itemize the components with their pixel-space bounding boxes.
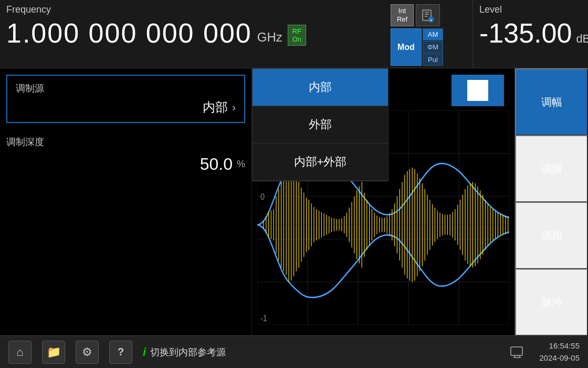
- sidebar-btn-fm[interactable]: 调频: [515, 135, 588, 202]
- chevron-right-icon: ›: [232, 101, 236, 114]
- sidebar-btn-pulse[interactable]: 脉冲: [515, 269, 588, 335]
- main-content: 调制源 内部 › 调制深度 50.0 % 内部 外部 内部+外部: [0, 68, 588, 335]
- folder-icon: 📁: [47, 345, 61, 359]
- pul-option[interactable]: Pul: [423, 54, 443, 66]
- right-sidebar: 调幅 调频 调相 脉冲: [514, 68, 588, 335]
- svg-text:-1: -1: [260, 313, 267, 323]
- gear-icon: ⚙: [82, 345, 92, 359]
- date-display: 2024-09-05: [539, 352, 580, 364]
- level-unit: dBm: [576, 32, 588, 46]
- screen-capture-button[interactable]: [506, 341, 529, 364]
- level-section: Level -135.00 dBm: [472, 0, 588, 68]
- blue-square-area: [452, 75, 504, 106]
- source-value: 内部: [203, 99, 228, 116]
- mod-button[interactable]: Mod: [391, 28, 422, 66]
- int-ref-display: Int Ref: [391, 4, 414, 26]
- frequency-unit: GHz: [257, 30, 282, 45]
- bottom-bar: ⌂ 📁 ⚙ ? i 切换到内部参考源 16:54:55 2024-09-05: [0, 335, 588, 368]
- source-param-box[interactable]: 调制源 内部 ›: [6, 75, 245, 123]
- dropdown-item-neibu-waibu[interactable]: 内部+外部: [253, 144, 388, 181]
- sidebar-btn-am[interactable]: 调幅: [515, 68, 588, 135]
- mod-am-block: Mod AM ΦM Pul: [391, 28, 470, 66]
- file-icon: +: [421, 8, 435, 23]
- svg-text:+: +: [430, 18, 433, 23]
- am-option[interactable]: AM: [423, 28, 443, 40]
- help-button[interactable]: ?: [109, 341, 132, 364]
- svg-text:0: 0: [260, 192, 265, 201]
- home-button[interactable]: ⌂: [8, 341, 32, 364]
- dropdown-item-waibu[interactable]: 外部: [253, 106, 388, 144]
- depth-unit: %: [237, 159, 245, 170]
- status-text-area: i 切换到内部参考源: [143, 345, 495, 359]
- source-dropdown[interactable]: 内部 外部 内部+外部: [252, 68, 388, 181]
- depth-value: 50.0: [200, 155, 233, 174]
- am-options: AM ΦM Pul: [423, 28, 443, 66]
- level-value: -135.00: [479, 17, 572, 49]
- white-square: [467, 80, 488, 101]
- fm-option[interactable]: ΦM: [423, 41, 443, 53]
- left-panel: 调制源 内部 › 调制深度 50.0 %: [0, 68, 252, 335]
- level-label: Level: [479, 4, 582, 15]
- depth-label: 调制深度: [6, 136, 245, 148]
- frequency-label: Frequency: [6, 4, 382, 15]
- screen-icon: [510, 345, 524, 360]
- int-ref-block: Int Ref +: [391, 4, 470, 26]
- settings-button[interactable]: ⚙: [76, 341, 99, 364]
- folder-button[interactable]: 📁: [42, 341, 65, 364]
- frequency-section: Frequency 1.000 000 000 000 GHz RF On: [0, 0, 388, 68]
- depth-section: 调制深度 50.0 %: [6, 131, 245, 178]
- middle-controls: Int Ref + Mod AM ΦM Pul: [388, 0, 472, 68]
- sidebar-btn-pm[interactable]: 调相: [515, 202, 588, 269]
- source-label: 调制源: [16, 82, 236, 95]
- home-icon: ⌂: [16, 345, 23, 359]
- svg-rect-213: [511, 347, 522, 355]
- datetime-display: 16:54:55 2024-09-05: [539, 340, 580, 364]
- time-display: 16:54:55: [539, 340, 580, 352]
- frequency-value: 1.000 000 000 000: [6, 17, 252, 49]
- info-icon: i: [143, 345, 146, 359]
- status-message: 切换到内部参考源: [150, 346, 226, 359]
- file-button[interactable]: +: [416, 4, 440, 26]
- question-icon: ?: [118, 346, 124, 358]
- top-header: Frequency 1.000 000 000 000 GHz RF On In…: [0, 0, 588, 68]
- dropdown-item-neibu[interactable]: 内部: [253, 69, 388, 106]
- rf-on-button[interactable]: RF On: [288, 25, 306, 46]
